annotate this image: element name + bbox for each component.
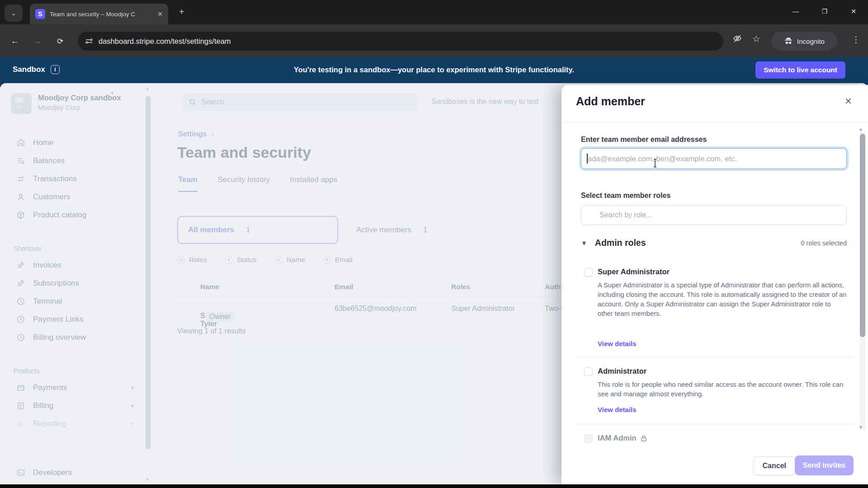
incognito-label: Incognito [797,38,825,45]
divider [576,424,854,424]
admin-roles-section[interactable]: ▼ Admin roles 0 roles selected [581,238,847,248]
new-tab-button[interactable]: + [179,7,184,16]
roles-selected-summary: 0 roles selected [801,239,847,247]
panel-scroll-down-icon[interactable]: ▼ [859,425,863,430]
text-caret [587,154,588,164]
incognito-badge: Incognito [771,32,837,51]
panel-footer: Cancel Send invites [561,455,868,484]
email-label: Enter team member email addresses [581,136,707,144]
role-name: IAM Admin [598,434,647,442]
tab-search-button[interactable]: ⌄ [5,5,23,22]
add-member-panel: Add member ✕ Enter team member email add… [561,85,868,484]
close-icon[interactable]: ✕ [844,96,852,107]
browser-menu-icon[interactable]: ⋮ [852,34,860,45]
back-icon[interactable]: ← [7,33,23,49]
panel-title: Add member [576,95,645,108]
sandbox-banner: Sandbox i You're testing in a sandbox—yo… [0,57,868,83]
view-details-link[interactable]: View details [598,406,637,413]
chevron-down-icon[interactable]: ▼ [581,239,587,247]
stripe-favicon-icon: S [35,9,45,19]
window-close-button[interactable]: ✕ [839,0,868,23]
sandbox-message: You're testing in a sandbox—your place t… [0,66,868,74]
tab-close-icon[interactable]: ✕ [157,10,163,18]
super-administrator-checkbox[interactable] [584,268,593,277]
section-title: Admin roles [595,238,646,248]
window-restore-button[interactable]: ❐ [810,0,839,23]
role-name: Super Administrator [598,267,670,276]
incognito-icon [784,37,793,46]
password-eye-off-icon[interactable] [732,33,742,43]
panel-scrollbar[interactable] [860,134,865,337]
bookmark-star-icon[interactable]: ☆ [752,33,760,44]
browser-tab[interactable]: S Team and security – Moodjoy C ✕ [30,4,168,24]
site-settings-icon[interactable] [85,37,93,45]
lock-icon [641,435,647,442]
browser-tabstrip: ⌄ S Team and security – Moodjoy C ✕ + — … [0,0,868,24]
role-name: Administrator [598,367,646,375]
role-search-input[interactable] [581,205,847,225]
panel-scroll-up-icon[interactable]: ▲ [859,127,863,131]
email-input[interactable] [581,148,847,169]
role-description: A Super Administrator is a special type … [598,281,847,319]
forward-icon[interactable]: → [30,33,45,49]
roles-label: Select team member roles [581,192,670,200]
divider [576,357,854,357]
chevron-down-icon: ⌄ [11,9,16,17]
reload-icon[interactable]: ⟳ [52,33,68,49]
divider [561,122,868,123]
ibeam-cursor [652,158,658,168]
role-description: This role is for people who need similar… [598,380,847,399]
browser-toolbar: ← → ⟳ dashboard.stripe.com/test/settings… [0,24,868,57]
address-bar[interactable]: dashboard.stripe.com/test/settings/team [78,32,723,51]
url-text: dashboard.stripe.com/test/settings/team [99,37,231,46]
window-controls: — ❐ ✕ [781,0,868,23]
view-details-link[interactable]: View details [598,340,637,347]
tab-title: Team and security – Moodjoy C [50,11,148,18]
screen-bottom-edge [0,484,868,488]
administrator-checkbox[interactable] [584,367,593,376]
switch-to-live-button[interactable]: Switch to live account [755,61,845,79]
cancel-button[interactable]: Cancel [753,456,796,475]
window-minimize-button[interactable]: — [781,0,810,23]
screen: ⌄ S Team and security – Moodjoy C ✕ + — … [0,0,868,488]
send-invites-button[interactable]: Send invites [795,455,854,475]
iam-admin-checkbox [584,434,593,443]
